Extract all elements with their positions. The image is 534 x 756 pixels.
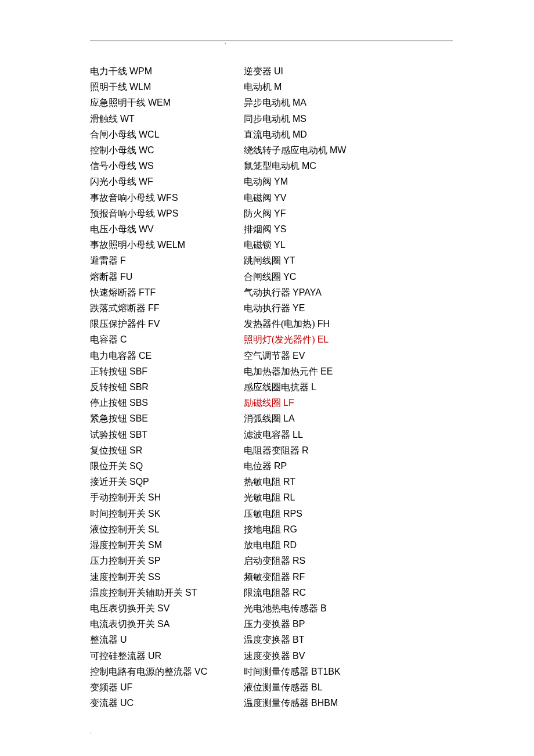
item-name: 停止按钮 — [90, 398, 127, 408]
item-code: SS — [148, 572, 160, 582]
item-code: MW — [330, 145, 346, 155]
list-item: 液位测量传感器BL — [244, 679, 453, 695]
item-name: 电力电容器 — [90, 351, 136, 361]
list-item: 温度控制开关辅助开关ST — [90, 585, 244, 600]
list-item: 跳闸线圈YT — [244, 253, 453, 268]
list-item: 电动执行器YE — [244, 300, 453, 316]
item-name: 电流表切换开关 — [90, 619, 155, 629]
item-name: 压敏电阻 — [244, 509, 281, 519]
list-item: 照明灯(发光器件)EL — [244, 332, 453, 347]
item-name: 正转按钮 — [90, 366, 127, 376]
list-item: 电阻器变阻器R — [244, 442, 453, 458]
list-item: 电位器RP — [244, 458, 453, 474]
document-page: . 电力干线WPM照明干线WLM应急照明干线WEM滑触线WT合闸小母线WCL控制… — [0, 0, 534, 752]
item-name: 试验按钮 — [90, 430, 127, 440]
list-item: 紧急按钮SBE — [90, 411, 244, 426]
item-code: BL — [311, 682, 323, 692]
top-rule: . — [90, 41, 453, 41]
item-name: 空气调节器 — [244, 351, 290, 361]
list-item: 电压小母线WV — [90, 221, 244, 237]
list-item: 光电池热电传感器B — [244, 600, 453, 616]
item-name: 压力变换器 — [244, 619, 290, 629]
list-item: 排烟阀YS — [244, 221, 453, 237]
item-name: 温度变换器 — [244, 635, 290, 645]
list-item: 鼠笼型电动机MC — [244, 158, 453, 174]
item-code: WT — [120, 114, 135, 124]
item-name: 跌落式熔断器 — [90, 303, 146, 313]
list-item: 绕线转子感应电动机MW — [244, 142, 453, 158]
item-code: SBF — [129, 366, 147, 376]
item-code: RPS — [283, 509, 302, 519]
item-code: UR — [148, 651, 161, 661]
list-item: 滤波电容器LL — [244, 427, 453, 442]
item-name: 滤波电容器 — [244, 430, 290, 440]
item-code: YT — [283, 255, 295, 265]
item-name: 感应线圈电抗器 — [244, 382, 309, 392]
item-code: RT — [283, 477, 295, 487]
item-name: 限位开关 — [90, 461, 127, 471]
item-code: SBT — [129, 430, 147, 440]
item-code: BT1BK — [311, 667, 341, 676]
item-code: RP — [274, 461, 287, 471]
item-code: R — [302, 445, 309, 455]
item-code: SK — [148, 509, 160, 519]
list-item: 闪光小母线WF — [90, 174, 244, 189]
item-name: 液位控制开关 — [90, 524, 146, 534]
list-item: 停止按钮SBS — [90, 395, 244, 411]
list-item: 压敏电阻RPS — [244, 506, 453, 521]
left-column: 电力干线WPM照明干线WLM应急照明干线WEM滑触线WT合闸小母线WCL控制小母… — [90, 63, 244, 711]
item-name: 电加热器加热元件 — [244, 366, 318, 376]
list-item: 励磁线圈LF — [244, 395, 453, 411]
list-item: 合闸线圈YC — [244, 269, 453, 285]
item-code: WPM — [129, 66, 152, 76]
item-code: FTF — [139, 287, 156, 297]
item-code: WF — [139, 177, 153, 186]
list-item: 启动变阻器RS — [244, 553, 453, 568]
item-name: 发热器件(电加热) — [244, 319, 315, 329]
list-item: 避雷器F — [90, 253, 244, 268]
item-name: 紧急按钮 — [90, 413, 127, 423]
right-column: 逆变器UI电动机M异步电动机MA同步电动机MS直流电动机MD绕线转子感应电动机M… — [244, 63, 453, 711]
list-item: 电力电容器CE — [90, 348, 244, 363]
list-item: 限流电阻器RC — [244, 585, 453, 600]
item-code: YL — [274, 240, 286, 250]
item-code: SR — [129, 445, 142, 455]
item-code: SH — [148, 492, 161, 502]
item-code: YV — [274, 193, 286, 203]
item-code: BV — [293, 651, 305, 661]
item-code: UF — [120, 682, 132, 692]
item-name: 限压保护器件 — [90, 319, 146, 329]
list-item: 时间测量传感器BT1BK — [244, 664, 453, 679]
item-code: YF — [274, 208, 286, 218]
list-item: 电动阀YM — [244, 174, 453, 189]
item-name: 照明灯(发光器件) — [244, 334, 315, 344]
item-name: 合闸小母线 — [90, 129, 136, 139]
item-code: FH — [317, 319, 330, 329]
item-name: 接地电阻 — [244, 524, 281, 534]
item-name: 电动执行器 — [244, 303, 290, 313]
item-name: 压力控制开关 — [90, 556, 146, 566]
list-item: 压力变换器BP — [244, 616, 453, 632]
item-name: 滑触线 — [90, 114, 118, 124]
list-item: 事故照明小母线WELM — [90, 237, 244, 253]
item-code: WFS — [157, 193, 178, 203]
item-code: LF — [283, 398, 294, 408]
list-item: 电流表切换开关SA — [90, 616, 244, 632]
list-item: 直流电动机MD — [244, 127, 453, 142]
header-mark: . — [225, 38, 226, 45]
item-name: 速度变换器 — [244, 651, 290, 661]
list-item: 消弧线圈LA — [244, 411, 453, 426]
list-item: 速度变换器BV — [244, 648, 453, 664]
item-code: SA — [157, 619, 169, 629]
list-item: 预报音响小母线WPS — [90, 206, 244, 221]
item-name: 消弧线圈 — [244, 413, 281, 423]
item-name: 防火阀 — [244, 208, 272, 218]
item-code: EE — [320, 366, 333, 376]
item-name: 电阻器变阻器 — [244, 445, 300, 455]
item-name: 温度控制开关辅助开关 — [90, 588, 183, 597]
list-item: 速度控制开关SS — [90, 569, 244, 585]
item-name: 时间控制开关 — [90, 509, 146, 519]
item-code: RD — [283, 540, 297, 550]
item-name: 变流器 — [90, 698, 118, 708]
list-item: 滑触线WT — [90, 111, 244, 127]
